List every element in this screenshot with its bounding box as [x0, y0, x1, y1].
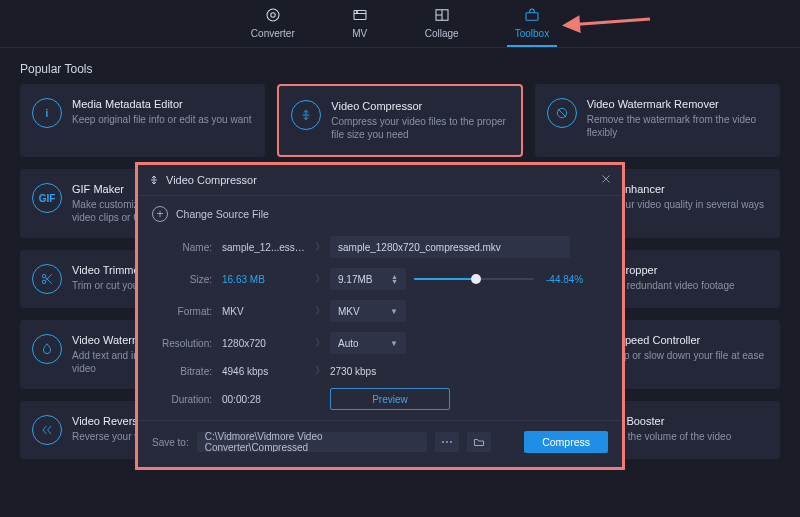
svg-rect-2: [354, 11, 366, 20]
chevron-down-icon: ▼: [390, 307, 398, 316]
svg-point-1: [271, 13, 276, 18]
converter-icon: [264, 6, 282, 24]
row-name: Name: sample_12...essed.mkv 〉 sample_128…: [154, 236, 606, 258]
dialog-title: Video Compressor: [166, 174, 257, 186]
label-duration: Duration:: [154, 394, 222, 405]
size-slider[interactable]: [414, 273, 534, 285]
toolbox-icon: [523, 6, 541, 24]
annotation-arrow-icon: [560, 15, 660, 35]
spinner-icon: ▲▼: [391, 274, 398, 284]
label-bitrate: Bitrate:: [154, 366, 222, 377]
collage-icon: [433, 6, 451, 24]
top-nav: Converter MV Collage Toolbox: [0, 0, 800, 48]
label-name: Name:: [154, 242, 222, 253]
tool-card-video-compressor[interactable]: Video Compressor Compress your video fil…: [277, 84, 522, 157]
open-folder-button[interactable]: [467, 432, 491, 452]
row-size: Size: 16.63 MB 〉 9.17MB ▲▼ -44.84%: [154, 268, 606, 290]
svg-point-0: [267, 9, 279, 21]
preview-button[interactable]: Preview: [330, 388, 450, 410]
info-icon: i: [32, 98, 62, 128]
mv-icon: [351, 6, 369, 24]
save-to-label: Save to:: [152, 437, 189, 448]
card-title: Media Metadata Editor: [72, 98, 252, 110]
target-format-select[interactable]: MKV ▼: [330, 300, 406, 322]
folder-icon: [473, 437, 485, 447]
drop-icon: [32, 334, 62, 364]
tool-card-watermark-remover[interactable]: Video Watermark Remover Remove the water…: [535, 84, 780, 157]
label-resolution: Resolution:: [154, 338, 222, 349]
chevron-right-icon: 〉: [310, 304, 330, 318]
close-button[interactable]: [600, 173, 612, 187]
tab-label: Converter: [251, 28, 295, 39]
tab-label: Collage: [425, 28, 459, 39]
svg-rect-5: [526, 13, 538, 21]
row-duration: Duration: 00:00:28 Preview: [154, 388, 606, 410]
video-compressor-dialog: Video Compressor + Change Source File Na…: [135, 162, 625, 470]
tab-collage[interactable]: Collage: [417, 6, 467, 47]
target-bitrate: 2730 kbps: [330, 366, 376, 377]
gif-icon: GIF: [32, 183, 62, 213]
watermark-remove-icon: [547, 98, 577, 128]
svg-point-9: [42, 280, 46, 284]
source-format: MKV: [222, 306, 310, 317]
tab-mv[interactable]: MV: [343, 6, 377, 47]
source-size: 16.63 MB: [222, 274, 310, 285]
plus-icon: +: [152, 206, 168, 222]
reverse-icon: [32, 415, 62, 445]
row-format: Format: MKV 〉 MKV ▼: [154, 300, 606, 322]
card-desc: Remove the watermark from the video flex…: [587, 113, 768, 139]
compressor-icon: [291, 100, 321, 130]
tab-toolbox[interactable]: Toolbox: [507, 6, 557, 47]
svg-line-6: [568, 19, 650, 25]
chevron-right-icon: 〉: [310, 336, 330, 350]
section-title: Popular Tools: [0, 48, 800, 84]
compress-button[interactable]: Compress: [524, 431, 608, 453]
card-desc: Compress your video files to the proper …: [331, 115, 508, 141]
tool-card-metadata-editor[interactable]: i Media Metadata Editor Keep original fi…: [20, 84, 265, 157]
card-desc: Keep original file info or edit as you w…: [72, 113, 252, 126]
row-resolution: Resolution: 1280x720 〉 Auto ▼: [154, 332, 606, 354]
svg-point-8: [42, 274, 46, 278]
target-name-input[interactable]: sample_1280x720_compressed.mkv: [330, 236, 570, 258]
svg-point-3: [356, 11, 357, 12]
card-title: Video Watermark Remover: [587, 98, 768, 110]
duration-value: 00:00:28: [222, 394, 310, 405]
compressor-icon: [148, 174, 160, 186]
save-path-field[interactable]: C:\Vidmore\Vidmore Video Converter\Compr…: [197, 432, 427, 452]
target-resolution-select[interactable]: Auto ▼: [330, 332, 406, 354]
chevron-right-icon: 〉: [310, 272, 330, 286]
card-title: Video Compressor: [331, 100, 508, 112]
label-format: Format:: [154, 306, 222, 317]
size-percent: -44.84%: [546, 274, 583, 285]
change-source-button[interactable]: + Change Source File: [138, 196, 622, 228]
chevron-right-icon: 〉: [310, 364, 330, 378]
tab-converter[interactable]: Converter: [243, 6, 303, 47]
row-bitrate: Bitrate: 4946 kbps 〉 2730 kbps: [154, 364, 606, 378]
more-button[interactable]: ⋯: [435, 432, 459, 452]
tab-label: Toolbox: [515, 28, 549, 39]
dialog-footer: Save to: C:\Vidmore\Vidmore Video Conver…: [138, 420, 622, 457]
chevron-down-icon: ▼: [390, 339, 398, 348]
label-size: Size:: [154, 274, 222, 285]
dialog-titlebar: Video Compressor: [138, 165, 622, 196]
target-size-stepper[interactable]: 9.17MB ▲▼: [330, 268, 406, 290]
change-source-label: Change Source File: [176, 208, 269, 220]
dots-icon: ⋯: [441, 435, 453, 449]
source-bitrate: 4946 kbps: [222, 366, 310, 377]
chevron-right-icon: 〉: [310, 240, 330, 254]
scissors-icon: [32, 264, 62, 294]
source-name: sample_12...essed.mkv: [222, 242, 310, 253]
source-resolution: 1280x720: [222, 338, 310, 349]
tab-label: MV: [352, 28, 367, 39]
